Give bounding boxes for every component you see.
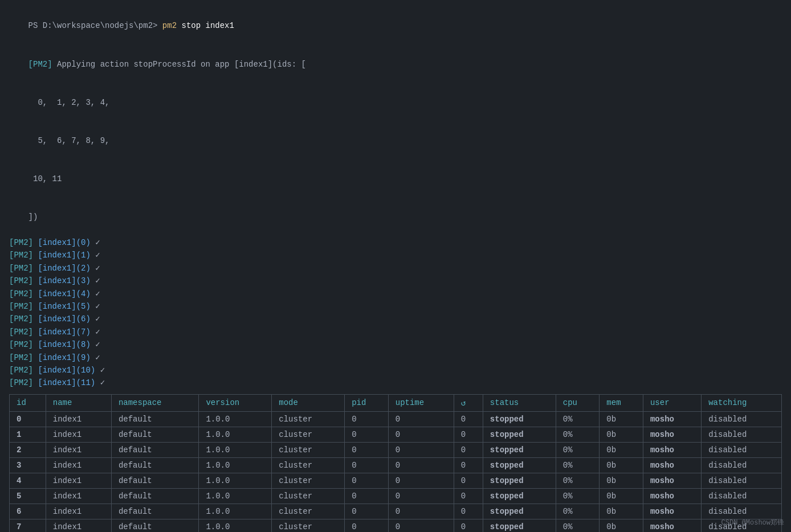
checkmark-2: ✓ bbox=[95, 264, 100, 273]
cell-name-5: index1 bbox=[46, 488, 111, 504]
confirm-line-8: [PM2] [index1](8) ✓ bbox=[9, 338, 782, 351]
table-row: 1 index1 default 1.0.0 cluster 0 0 0 sto… bbox=[10, 427, 782, 442]
index-ref-0: [index1](0) bbox=[33, 238, 95, 247]
pm2-tag-1: [PM2] bbox=[9, 251, 33, 260]
cell-mem-4: 0b bbox=[600, 473, 643, 488]
close-bracket: ]) bbox=[28, 212, 38, 222]
prompt-text: PS D:\workspace\nodejs\pm2> bbox=[28, 21, 162, 30]
checkmark-9: ✓ bbox=[95, 353, 100, 362]
table-body: 0 index1 default 1.0.0 cluster 0 0 0 sto… bbox=[10, 411, 782, 532]
confirm-line-2: [PM2] [index1](2) ✓ bbox=[9, 262, 782, 275]
index-ref-10: [index1](10) bbox=[33, 366, 100, 375]
cell-uptime-6: 0 bbox=[388, 504, 454, 519]
checkmark-4: ✓ bbox=[95, 289, 100, 298]
cell-id-6: 6 bbox=[10, 504, 46, 519]
confirm-line-3: [PM2] [index1](3) ✓ bbox=[9, 275, 782, 287]
cell-restarts-2: 0 bbox=[454, 442, 483, 457]
pm2-tag-11: [PM2] bbox=[9, 378, 33, 387]
cell-pid-4: 0 bbox=[345, 473, 389, 488]
cell-id-1: 1 bbox=[10, 427, 46, 442]
th-mem: mem bbox=[600, 394, 643, 411]
checkmark-1: ✓ bbox=[95, 251, 100, 260]
checkmark-8: ✓ bbox=[95, 340, 100, 349]
cell-id-7: 7 bbox=[10, 519, 46, 532]
cell-name-2: index1 bbox=[46, 442, 111, 457]
pm2-tag-3: [PM2] bbox=[9, 276, 33, 285]
cell-id-0: 0 bbox=[10, 411, 46, 427]
index-ref-6: [index1](6) bbox=[33, 314, 95, 324]
table-row: 4 index1 default 1.0.0 cluster 0 0 0 sto… bbox=[10, 473, 782, 488]
cell-version-4: 1.0.0 bbox=[199, 473, 272, 488]
pm2-tag-5: [PM2] bbox=[9, 302, 33, 311]
cell-mem-3: 0b bbox=[600, 457, 643, 473]
table-row: 6 index1 default 1.0.0 cluster 0 0 0 sto… bbox=[10, 504, 782, 519]
confirm-line-9: [PM2] [index1](9) ✓ bbox=[9, 351, 782, 364]
ids-line-2: 5, 6, 7, 8, 9, bbox=[9, 122, 782, 160]
pm2-tag-7: [PM2] bbox=[9, 328, 33, 337]
cell-namespace-1: default bbox=[111, 427, 199, 442]
checkmark-6: ✓ bbox=[95, 314, 100, 324]
index-ref-5: [index1](5) bbox=[33, 302, 95, 311]
confirm-line-11: [PM2] [index1](11) ✓ bbox=[9, 377, 782, 389]
cell-cpu-6: 0% bbox=[556, 504, 600, 519]
cell-pid-7: 0 bbox=[345, 519, 389, 532]
checkmark-0: ✓ bbox=[95, 238, 100, 247]
cell-restarts-6: 0 bbox=[454, 504, 483, 519]
th-mode: mode bbox=[272, 394, 345, 411]
cell-uptime-1: 0 bbox=[388, 427, 454, 442]
terminal-output: PS D:\workspace\nodejs\pm2> pm2 stop ind… bbox=[0, 0, 791, 532]
cell-pid-1: 0 bbox=[345, 427, 389, 442]
cell-cpu-0: 0% bbox=[556, 411, 600, 427]
cell-version-3: 1.0.0 bbox=[199, 457, 272, 473]
th-version: version bbox=[199, 394, 272, 411]
checkmark-5: ✓ bbox=[95, 302, 100, 311]
cell-restarts-5: 0 bbox=[454, 488, 483, 504]
applying-text: Applying action stopProcessId on app [in… bbox=[52, 60, 306, 69]
cell-mem-2: 0b bbox=[600, 442, 643, 457]
index-ref-7: [index1](7) bbox=[33, 328, 95, 337]
ids-values-3: 10, 11 bbox=[28, 174, 62, 183]
cell-namespace-6: default bbox=[111, 504, 199, 519]
checkmark-11: ✓ bbox=[100, 378, 105, 387]
checkmark-10: ✓ bbox=[100, 366, 105, 375]
cell-uptime-2: 0 bbox=[388, 442, 454, 457]
cell-mode-1: cluster bbox=[272, 427, 345, 442]
th-watching: watching bbox=[702, 394, 782, 411]
pm2-process-table: id name namespace version mode pid uptim… bbox=[9, 394, 782, 532]
cell-user-1: mosho bbox=[643, 427, 701, 442]
cell-pid-5: 0 bbox=[345, 488, 389, 504]
cell-user-4: mosho bbox=[643, 473, 701, 488]
cell-pid-3: 0 bbox=[345, 457, 389, 473]
cell-watching-3: disabled bbox=[702, 457, 782, 473]
cell-mode-7: cluster bbox=[272, 519, 345, 532]
cell-version-0: 1.0.0 bbox=[199, 411, 272, 427]
th-uptime: uptime bbox=[388, 394, 454, 411]
cell-name-7: index1 bbox=[46, 519, 111, 532]
checkmark-7: ✓ bbox=[95, 328, 100, 337]
index-ref-8: [index1](8) bbox=[33, 340, 95, 349]
th-pid: pid bbox=[345, 394, 389, 411]
cell-uptime-0: 0 bbox=[388, 411, 454, 427]
cell-user-3: mosho bbox=[643, 457, 701, 473]
cell-uptime-4: 0 bbox=[388, 473, 454, 488]
table-row: 2 index1 default 1.0.0 cluster 0 0 0 sto… bbox=[10, 442, 782, 457]
cell-user-2: mosho bbox=[643, 442, 701, 457]
cell-user-0: mosho bbox=[643, 411, 701, 427]
cell-version-7: 1.0.0 bbox=[199, 519, 272, 532]
table-row: 0 index1 default 1.0.0 cluster 0 0 0 sto… bbox=[10, 411, 782, 427]
pm2-tag-applying: [PM2] bbox=[28, 60, 52, 69]
cell-cpu-7: 0% bbox=[556, 519, 600, 532]
cell-restarts-1: 0 bbox=[454, 427, 483, 442]
cell-namespace-4: default bbox=[111, 473, 199, 488]
cell-namespace-3: default bbox=[111, 457, 199, 473]
confirm-line-7: [PM2] [index1](7) ✓ bbox=[9, 326, 782, 338]
th-user: user bbox=[643, 394, 701, 411]
cell-mode-6: cluster bbox=[272, 504, 345, 519]
cell-name-3: index1 bbox=[46, 457, 111, 473]
cell-name-6: index1 bbox=[46, 504, 111, 519]
index-ref-1: [index1](1) bbox=[33, 251, 95, 260]
cell-status-5: stopped bbox=[483, 488, 556, 504]
ids-values-1: 0, 1, 2, 3, 4, bbox=[28, 98, 110, 107]
cell-id-2: 2 bbox=[10, 442, 46, 457]
cell-status-7: stopped bbox=[483, 519, 556, 532]
